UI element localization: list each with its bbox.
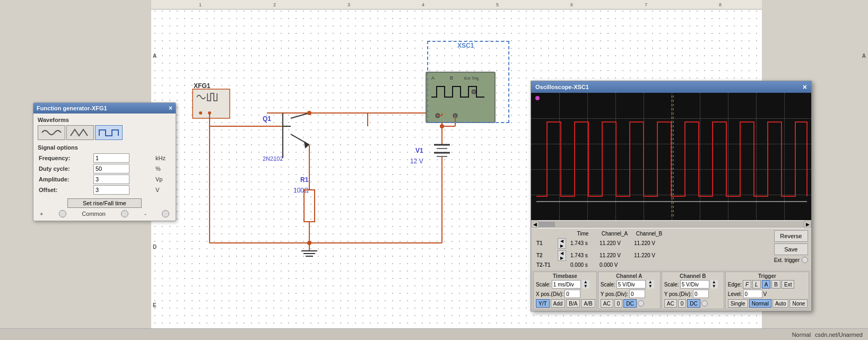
freq-input[interactable] xyxy=(93,153,129,163)
ruler-horizontal: 1 2 3 4 5 6 7 8 xyxy=(151,0,762,10)
save-button[interactable]: Save xyxy=(774,243,808,255)
channel-b-radio[interactable] xyxy=(701,300,708,307)
osc-scroll-thumb xyxy=(539,222,555,227)
channel-b-scale-row: Scale: ▲ ▼ xyxy=(664,280,722,289)
row-label-a-right: A xyxy=(862,53,866,59)
trigger-none-btn[interactable]: None xyxy=(789,299,808,308)
fg-title-bar[interactable]: Function generator-XFG1 × xyxy=(33,103,176,114)
rise-fall-btn[interactable]: Set rise/Fall time xyxy=(67,198,142,208)
measurements-table: Time Channel_A Channel_B T1 ◀ ▶ 1.743 s … xyxy=(534,230,666,268)
channel-a-coupling-buttons: AC 0 DC xyxy=(601,299,658,308)
t2-chan-a-value: 11.220 V xyxy=(597,249,632,261)
waveform-triangle-btn[interactable] xyxy=(66,125,94,140)
trigger-level-input[interactable] xyxy=(743,290,762,298)
osc-scroll-left[interactable]: ◀ xyxy=(531,221,539,228)
t2-arrow-left[interactable]: ◀ xyxy=(558,251,566,256)
channel-a-radio[interactable] xyxy=(638,300,644,307)
ext-trigger-radio[interactable] xyxy=(802,257,808,263)
timebase-scale-input[interactable] xyxy=(552,280,581,289)
channel-b-ac-btn[interactable]: AC xyxy=(664,299,677,308)
osc-title: Oscilloscope-XSC1 xyxy=(535,84,589,90)
timebase-ba-btn[interactable]: B/A xyxy=(566,299,580,308)
t2-arrow-right[interactable]: ▶ xyxy=(558,256,566,260)
waveform-sine-btn[interactable] xyxy=(38,125,65,140)
duty-unit: % xyxy=(154,163,171,174)
channel-a-ypos-label: Y pos.(Div): xyxy=(601,291,628,297)
minus-terminal xyxy=(162,210,169,217)
channel-a-scale-row: Scale: ▲ ▼ xyxy=(601,280,658,289)
ruler-label-4: 4 xyxy=(422,2,424,7)
osc-title-bar[interactable]: Oscilloscope-XSC1 × xyxy=(531,81,811,93)
osc-scrollbar-row: ◀ ▶ xyxy=(531,220,811,229)
channel-b-header: Channel B xyxy=(664,273,722,279)
trigger-edge-l-btn[interactable]: L xyxy=(752,280,761,289)
fg-title: Function generator-XFG1 xyxy=(37,105,107,111)
channel-a-dc-btn[interactable]: DC xyxy=(623,299,636,308)
trigger-normal-btn[interactable]: Normal xyxy=(749,299,771,308)
timebase-scale-spinner: ▲ ▼ xyxy=(582,280,589,289)
measurements-header-row: Time Channel_A Channel_B xyxy=(534,230,666,237)
offset-row: Offset: V xyxy=(38,185,171,195)
amp-unit: Vp xyxy=(154,174,171,185)
trigger-edge-label: Edge: xyxy=(728,282,742,287)
osc-scroll-right[interactable]: ▶ xyxy=(804,221,811,228)
trigger-level-unit: V xyxy=(763,291,767,297)
trigger-edge-row: Edge: F L A B Ext xyxy=(728,280,806,289)
row-label-d: D xyxy=(153,244,157,250)
trigger-auto-btn[interactable]: Auto xyxy=(772,299,789,308)
osc-close-button[interactable]: × xyxy=(803,83,807,91)
trigger-edge-b-btn[interactable]: B xyxy=(771,280,780,289)
trigger-edge-f-btn[interactable]: F xyxy=(743,280,751,289)
fg-close-button[interactable]: × xyxy=(169,104,172,112)
channel-a-scale-input[interactable] xyxy=(617,280,646,289)
channel-a-ypos-row: Y pos.(Div): xyxy=(601,290,658,298)
channel-a-scale-label: Scale: xyxy=(601,282,615,287)
t1-row: T1 ◀ ▶ 1.743 s 11.220 V 11.220 V xyxy=(534,237,666,249)
oscilloscope-panel: Oscilloscope-XSC1 × xyxy=(531,81,812,311)
channel-b-dc-btn[interactable]: DC xyxy=(687,299,700,308)
channel-a-ypos-input[interactable] xyxy=(629,290,645,298)
function-generator-panel: Function generator-XFG1 × Waveforms Sign… xyxy=(33,102,176,221)
trigger-edge-ext-btn[interactable]: Ext xyxy=(782,280,794,289)
channel-a-0-btn[interactable]: 0 xyxy=(614,299,623,308)
timebase-section: Timebase Scale: ▲ ▼ X pos.(Div): Y/T Add… xyxy=(533,272,597,309)
timebase-scale-label: Scale: xyxy=(536,282,551,287)
duty-input[interactable] xyxy=(93,164,129,173)
osc-scroll-track[interactable] xyxy=(539,221,804,228)
channel-b-scale-input[interactable] xyxy=(680,280,709,289)
amp-input[interactable] xyxy=(93,175,129,184)
timebase-scale-down[interactable]: ▼ xyxy=(582,284,589,289)
t1-arrow-right[interactable]: ▶ xyxy=(558,243,566,248)
trigger-single-btn[interactable]: Single xyxy=(728,299,748,308)
t2-time-value: 1.743 s xyxy=(568,249,597,261)
common-row: + Common - xyxy=(38,210,171,217)
fg-body: Waveforms Signal options Frequency: xyxy=(33,114,176,221)
signal-options-table: Frequency: kHz Duty cycle: % Amplitude: … xyxy=(38,153,171,195)
timebase-xpos-input[interactable] xyxy=(565,290,580,298)
timebase-yt-btn[interactable]: Y/T xyxy=(536,299,550,308)
ruler-label-2: 2 xyxy=(273,2,276,7)
fg-waveforms-label: Waveforms xyxy=(38,117,171,123)
osc-waveform-svg xyxy=(531,93,811,220)
channel-b-scale-down[interactable]: ▼ xyxy=(710,284,718,289)
reverse-button[interactable]: Reverse xyxy=(774,230,808,242)
trigger-edge-a-btn[interactable]: A xyxy=(762,280,771,289)
timebase-ab-btn[interactable]: A/B xyxy=(581,299,595,308)
timebase-add-btn[interactable]: Add xyxy=(551,299,566,308)
timebase-xpos-label: X pos.(Div): xyxy=(536,291,563,297)
row-label-e: E xyxy=(153,302,157,308)
osc-measurements-row: Time Channel_A Channel_B T1 ◀ ▶ 1.743 s … xyxy=(531,229,811,270)
offset-input[interactable] xyxy=(93,185,129,195)
timebase-xpos-row: X pos.(Div): xyxy=(536,290,594,298)
waveform-square-btn[interactable] xyxy=(95,125,123,140)
t2-chan-b-value: 11.220 V xyxy=(632,249,666,261)
osc-purple-indicator xyxy=(535,96,540,100)
status-website: csdn.net/Unarmed xyxy=(815,332,863,338)
plus-terminal xyxy=(59,210,66,217)
channel-b-0-btn[interactable]: 0 xyxy=(678,299,687,308)
channel-b-ypos-input[interactable] xyxy=(693,290,709,298)
channel-a-scale-down[interactable]: ▼ xyxy=(647,284,654,289)
channel-a-ac-btn[interactable]: AC xyxy=(601,299,613,308)
t2-row: T2 ◀ ▶ 1.743 s 11.220 V 11.220 V xyxy=(534,249,666,261)
t1-arrow-left[interactable]: ◀ xyxy=(558,239,566,243)
